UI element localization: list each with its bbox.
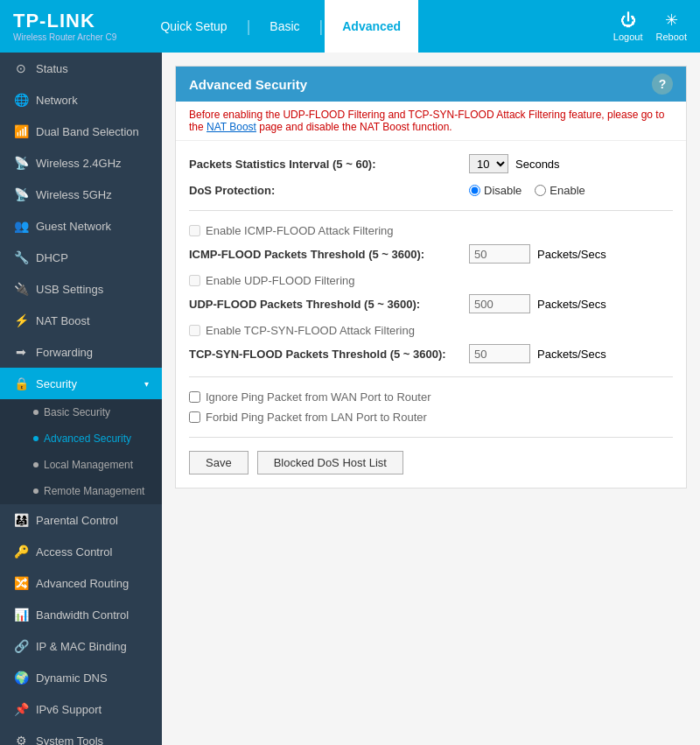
reboot-button[interactable]: ✳ Reboot xyxy=(656,11,687,42)
icmp-threshold-row: ICMP-FLOOD Packets Threshold (5 ~ 3600):… xyxy=(189,244,673,264)
dhcp-icon: 🔧 xyxy=(13,250,29,264)
icmp-threshold-input[interactable] xyxy=(469,244,530,264)
local-mgmt-dot xyxy=(33,462,38,467)
remote-mgmt-dot xyxy=(33,488,38,494)
sidebar-subitem-advanced-security[interactable]: Advanced Security xyxy=(0,425,162,452)
udp-section: Enable UDP-FLOOD Filtering UDP-FLOOD Pac… xyxy=(189,274,673,313)
button-group: Save Blocked DoS Host List xyxy=(189,451,673,474)
sidebar-item-wireless-24[interactable]: 📡 Wireless 2.4GHz xyxy=(0,147,162,179)
udp-cb-label: Enable UDP-FLOOD Filtering xyxy=(206,274,355,287)
system-icon: ⚙ xyxy=(13,734,29,745)
udp-threshold-label: UDP-FLOOD Packets Threshold (5 ~ 3600): xyxy=(189,298,469,311)
wireless5-icon: 📡 xyxy=(13,187,29,201)
ipv6-icon: 📌 xyxy=(13,702,29,716)
advanced-security-dot xyxy=(33,436,38,441)
sidebar-item-forwarding[interactable]: ➡ Forwarding xyxy=(0,336,162,368)
tcp-threshold-control: Packets/Secs xyxy=(469,344,606,363)
udp-threshold-control: Packets/Secs xyxy=(469,294,606,313)
sidebar: ⊙ Status 🌐 Network 📶 Dual Band Selection… xyxy=(0,53,162,745)
sidebar-item-wireless-5[interactable]: 📡 Wireless 5GHz xyxy=(0,179,162,210)
udp-flood-checkbox[interactable] xyxy=(189,275,200,286)
content-header: Advanced Security ? xyxy=(176,67,686,102)
sidebar-item-dual-band[interactable]: 📶 Dual Band Selection xyxy=(0,116,162,147)
sidebar-item-usb-settings[interactable]: 🔌 USB Settings xyxy=(0,273,162,305)
nat-boost-link[interactable]: NAT Boost xyxy=(206,121,256,133)
tcp-checkbox-row: Enable TCP-SYN-FLOOD Attack Filtering xyxy=(189,324,673,337)
icmp-flood-checkbox[interactable] xyxy=(189,225,200,236)
basic-security-dot xyxy=(33,410,38,415)
layout: ⊙ Status 🌐 Network 📶 Dual Band Selection… xyxy=(0,53,700,745)
divider-2 xyxy=(189,376,673,377)
parental-icon: 👨‍👩‍👧 xyxy=(13,513,29,527)
tcp-cb-label: Enable TCP-SYN-FLOOD Attack Filtering xyxy=(206,324,415,337)
icmp-cb-label: Enable ICMP-FLOOD Attack Filtering xyxy=(206,224,394,237)
divider-1 xyxy=(189,210,673,211)
guest-icon: 👥 xyxy=(13,219,29,233)
dos-disable-radio[interactable] xyxy=(469,185,480,196)
dos-label: DoS Protection: xyxy=(189,184,469,197)
sidebar-item-security[interactable]: 🔒 Security ▾ xyxy=(0,368,162,399)
packets-stats-select[interactable]: 10 20 30 40 50 60 xyxy=(469,154,508,173)
reboot-icon: ✳ xyxy=(665,11,678,30)
content-body: Packets Statistics Interval (5 ~ 60): 10… xyxy=(176,141,686,488)
dos-enable-option[interactable]: Enable xyxy=(535,184,584,197)
sidebar-item-network[interactable]: 🌐 Network xyxy=(0,84,162,116)
sidebar-subitem-remote-management[interactable]: Remote Management xyxy=(0,478,162,504)
tcp-syn-flood-checkbox[interactable] xyxy=(189,325,200,336)
nav-sep-1: | xyxy=(247,18,251,36)
ignore-ping-checkbox[interactable] xyxy=(189,391,200,403)
udp-threshold-row: UDP-FLOOD Packets Threshold (5 ~ 3600): … xyxy=(189,294,673,313)
save-button[interactable]: Save xyxy=(189,451,248,474)
forbid-ping-checkbox[interactable] xyxy=(189,411,200,423)
tcp-threshold-input[interactable] xyxy=(469,344,530,363)
bandwidth-icon: 📊 xyxy=(13,608,29,622)
icmp-checkbox-row: Enable ICMP-FLOOD Attack Filtering xyxy=(189,224,673,237)
sidebar-item-ip-mac-binding[interactable]: 🔗 IP & MAC Binding xyxy=(0,630,162,662)
header-actions: ⏻ Logout ✳ Reboot xyxy=(613,11,687,42)
wireless24-icon: 📡 xyxy=(13,156,29,170)
divider-3 xyxy=(189,437,673,438)
ignore-ping-row: Ignore Ping Packet from WAN Port to Rout… xyxy=(189,390,673,404)
tcp-threshold-label: TCP-SYN-FLOOD Packets Threshold (5 ~ 360… xyxy=(189,348,469,361)
sidebar-item-status[interactable]: ⊙ Status xyxy=(0,53,162,84)
sidebar-item-advanced-routing[interactable]: 🔀 Advanced Routing xyxy=(0,567,162,599)
dos-control: Disable Enable xyxy=(469,184,585,197)
tcp-unit: Packets/Secs xyxy=(537,348,606,361)
sidebar-item-nat-boost[interactable]: ⚡ NAT Boost xyxy=(0,305,162,336)
forbid-ping-label: Forbid Ping Packet from LAN Port to Rout… xyxy=(206,411,427,424)
forbid-ping-row: Forbid Ping Packet from LAN Port to Rout… xyxy=(189,411,673,424)
logout-button[interactable]: ⏻ Logout xyxy=(613,11,643,42)
tab-quick-setup[interactable]: Quick Setup xyxy=(143,0,244,53)
dos-disable-option[interactable]: Disable xyxy=(469,184,522,197)
nav-tabs: Quick Setup | Basic | Advanced xyxy=(143,0,418,53)
sidebar-item-access-control[interactable]: 🔑 Access Control xyxy=(0,536,162,567)
dual-band-icon: 📶 xyxy=(13,124,29,138)
blocked-dos-button[interactable]: Blocked DoS Host List xyxy=(257,451,403,474)
nav-sep-2: | xyxy=(319,18,324,36)
sidebar-item-ipv6-support[interactable]: 📌 IPv6 Support xyxy=(0,693,162,725)
sidebar-item-dhcp[interactable]: 🔧 DHCP xyxy=(0,242,162,273)
dos-enable-radio[interactable] xyxy=(535,185,546,196)
main-content: Advanced Security ? Before enabling the … xyxy=(162,53,700,745)
udp-threshold-input[interactable] xyxy=(469,294,530,313)
page-title: Advanced Security xyxy=(189,77,307,92)
sidebar-subitem-basic-security[interactable]: Basic Security xyxy=(0,399,162,425)
sidebar-item-parental-control[interactable]: 👨‍👩‍👧 Parental Control xyxy=(0,504,162,536)
tab-basic[interactable]: Basic xyxy=(252,0,317,53)
ignore-ping-label: Ignore Ping Packet from WAN Port to Rout… xyxy=(206,390,430,404)
packets-stats-control: 10 20 30 40 50 60 Seconds xyxy=(469,154,560,173)
security-submenu: Basic Security Advanced Security Local M… xyxy=(0,399,162,504)
sidebar-subitem-local-management[interactable]: Local Management xyxy=(0,452,162,478)
sidebar-item-system-tools[interactable]: ⚙ System Tools xyxy=(0,725,162,745)
help-button[interactable]: ? xyxy=(652,74,673,95)
tab-advanced[interactable]: Advanced xyxy=(325,0,418,53)
usb-icon: 🔌 xyxy=(13,282,29,296)
header: TP-LINK Wireless Router Archer C9 Quick … xyxy=(0,0,700,53)
dos-protection-row: DoS Protection: Disable Enable xyxy=(189,184,673,197)
content-box: Advanced Security ? Before enabling the … xyxy=(175,66,687,488)
udp-unit: Packets/Secs xyxy=(537,298,606,311)
sidebar-item-bandwidth-control[interactable]: 📊 Bandwidth Control xyxy=(0,599,162,630)
sidebar-item-guest-network[interactable]: 👥 Guest Network xyxy=(0,210,162,242)
icmp-threshold-control: Packets/Secs xyxy=(469,244,606,264)
sidebar-item-dynamic-dns[interactable]: 🌍 Dynamic DNS xyxy=(0,662,162,693)
